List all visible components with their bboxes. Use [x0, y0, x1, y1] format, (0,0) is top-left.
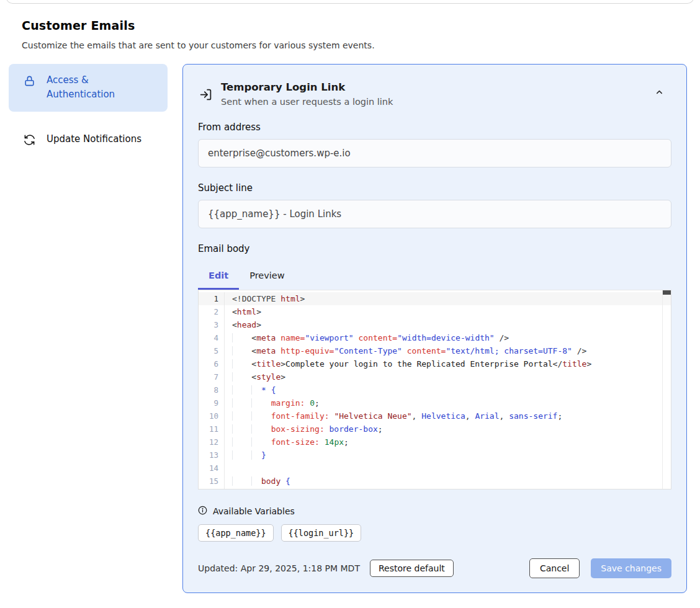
- lock-icon: [24, 75, 35, 91]
- tab-preview[interactable]: Preview: [239, 265, 295, 290]
- previous-card-bottom-edge: [6, 0, 694, 4]
- code-line-content: body {: [225, 475, 671, 488]
- code-line-content: <html>: [225, 305, 671, 318]
- code-line-content: box-sizing: border-box;: [225, 422, 671, 436]
- code-line-1[interactable]: 1<!DOCTYPE html>: [199, 292, 671, 305]
- email-settings-card: Temporary Login Link Sent when a user re…: [182, 64, 687, 593]
- line-number: 4: [199, 331, 225, 344]
- content-layout: Access & AuthenticationUpdate Notificati…: [0, 64, 700, 593]
- code-line-3[interactable]: 3<head>: [199, 318, 671, 331]
- from-address-label: From address: [198, 122, 671, 133]
- editor-tabs: EditPreview: [198, 265, 671, 290]
- code-line-12[interactable]: 12 font-size: 14px;: [199, 436, 671, 449]
- variable-chip[interactable]: {{login_url}}: [281, 524, 362, 542]
- line-number: 13: [199, 449, 225, 462]
- card-title: Temporary Login Link: [221, 81, 655, 93]
- code-line-content: }: [225, 449, 671, 462]
- code-line-content: * {: [225, 383, 671, 396]
- code-line-5[interactable]: 5 <meta http-equiv="Content-Type" conten…: [199, 344, 671, 357]
- line-number: 11: [199, 422, 225, 436]
- code-line-8[interactable]: 8 * {: [199, 383, 671, 396]
- code-line-content: font-size: 14px;: [225, 436, 671, 449]
- code-line-7[interactable]: 7 <style>: [199, 370, 671, 383]
- updated-timestamp: Updated: Apr 29, 2025, 1:18 PM MDT: [198, 563, 360, 573]
- card-footer: Updated: Apr 29, 2025, 1:18 PM MDT Resto…: [198, 558, 671, 578]
- page-title: Customer Emails: [22, 19, 700, 32]
- footer-actions: Cancel Save changes: [529, 558, 671, 578]
- sidebar-item-label: Access & Authentication: [47, 73, 159, 102]
- subject-line-label: Subject line: [198, 182, 671, 194]
- line-number: 8: [199, 383, 225, 396]
- available-variables-header: Available Variables: [198, 506, 671, 517]
- variable-chips: {{app_name}}{{login_url}}: [198, 524, 671, 542]
- code-line-content: <meta name="viewport" content="width=dev…: [225, 331, 671, 344]
- code-line-10[interactable]: 10 font-family: "Helvetica Neue", Helvet…: [199, 409, 671, 422]
- code-line-4[interactable]: 4 <meta name="viewport" content="width=d…: [199, 331, 671, 344]
- restore-default-button[interactable]: Restore default: [370, 560, 454, 577]
- cancel-button[interactable]: Cancel: [529, 558, 580, 578]
- code-line-16[interactable]: 16 background-color: #f8f8f8;: [199, 488, 671, 490]
- line-number: 1: [199, 292, 225, 305]
- code-line-9[interactable]: 9 margin: 0;: [199, 396, 671, 409]
- code-line-content: font-family: "Helvetica Neue", Helvetica…: [225, 409, 671, 422]
- sidebar-item-update-notifications[interactable]: Update Notifications: [9, 123, 168, 159]
- code-line-content: background-color: #f8f8f8;: [225, 488, 671, 490]
- info-icon: [198, 506, 207, 517]
- line-number: 3: [199, 318, 225, 331]
- refresh-icon: [24, 134, 35, 150]
- page-subtitle: Customize the emails that are sent to yo…: [22, 40, 700, 50]
- editor-scrollbar-thumb[interactable]: [663, 290, 671, 295]
- code-line-13[interactable]: 13 }: [199, 449, 671, 462]
- code-line-content: <meta http-equiv="Content-Type" content=…: [225, 344, 671, 357]
- card-titles: Temporary Login Link Sent when a user re…: [221, 81, 655, 107]
- subject-line-input[interactable]: [198, 200, 671, 228]
- line-number: 6: [199, 357, 225, 370]
- code-line-content: <style>: [225, 370, 671, 383]
- code-line-14[interactable]: 14: [199, 462, 671, 475]
- line-number: 7: [199, 370, 225, 383]
- variable-chip[interactable]: {{app_name}}: [198, 524, 274, 542]
- save-changes-button[interactable]: Save changes: [591, 558, 671, 578]
- line-number: 10: [199, 409, 225, 422]
- chevron-up-icon: [655, 89, 664, 99]
- code-line-content: <!DOCTYPE html>: [225, 292, 671, 305]
- line-number: 14: [199, 462, 225, 475]
- email-body-label: Email body: [198, 243, 671, 254]
- line-number: 5: [199, 344, 225, 357]
- code-line-15[interactable]: 15 body {: [199, 475, 671, 488]
- collapse-section-button[interactable]: [655, 87, 664, 99]
- card-header: Temporary Login Link Sent when a user re…: [198, 81, 671, 107]
- code-line-content: <title>Complete your login to the Replic…: [225, 357, 671, 370]
- line-number: 15: [199, 475, 225, 488]
- line-number: 12: [199, 436, 225, 449]
- tab-edit[interactable]: Edit: [198, 265, 239, 290]
- code-editor[interactable]: 1<!DOCTYPE html>2<html>3<head>4 <meta na…: [198, 290, 671, 490]
- available-variables-label: Available Variables: [213, 506, 295, 516]
- code-line-2[interactable]: 2<html>: [199, 305, 671, 318]
- code-line-content: margin: 0;: [225, 396, 671, 409]
- code-line-11[interactable]: 11 box-sizing: border-box;: [199, 422, 671, 436]
- line-number: 16: [199, 488, 225, 490]
- sidebar: Access & AuthenticationUpdate Notificati…: [9, 64, 168, 159]
- card-subtitle: Sent when a user requests a login link: [221, 97, 655, 107]
- code-line-6[interactable]: 6 <title>Complete your login to the Repl…: [199, 357, 671, 370]
- editor-scrollbar-track[interactable]: [662, 290, 671, 489]
- code-line-content: <head>: [225, 318, 671, 331]
- page-header: Customer Emails Customize the emails tha…: [0, 0, 700, 50]
- from-address-input[interactable]: [198, 139, 671, 168]
- sidebar-item-label: Update Notifications: [47, 132, 141, 146]
- line-number: 9: [199, 396, 225, 409]
- login-icon: [199, 88, 212, 104]
- line-number: 2: [199, 305, 225, 318]
- code-line-content: [225, 462, 671, 475]
- sidebar-item-access-authentication[interactable]: Access & Authentication: [9, 64, 168, 112]
